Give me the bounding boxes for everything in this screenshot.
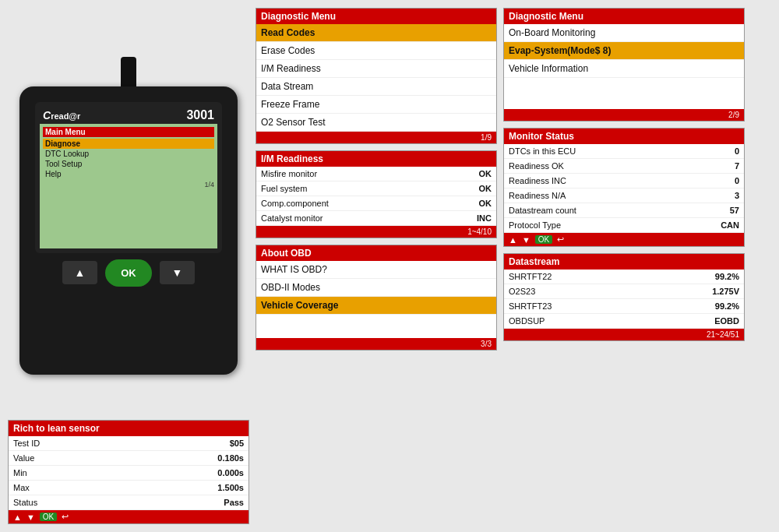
rls-footer-ok[interactable]: OK [40, 513, 57, 521]
rls-label-value: Value [13, 453, 34, 463]
diag1-item-freezeframe[interactable]: Freeze Frame [256, 96, 496, 114]
diag1-item-datastream[interactable]: Data Stream [256, 78, 496, 96]
ms-row-protocol: Protocol Type CAN [504, 218, 744, 233]
device-page: 1/4 [43, 181, 214, 188]
ms-value-protocol: CAN [721, 220, 739, 230]
im-label-catalyst: Catalyst monitor [261, 213, 323, 223]
ms-label-protocol: Protocol Type [509, 220, 561, 230]
device-screen: Main Menu Diagnose DTC Lookup Tool Setup… [40, 124, 217, 248]
datastream-title: Datastream [504, 254, 744, 270]
ds-row-obdsup: OBDSUP EOBD [504, 314, 744, 329]
ds-label-o2s23: O2S23 [509, 287, 535, 296]
im-row-fuel: Fuel system OK [256, 181, 496, 196]
diag1-item-imreadiness[interactable]: I/M Readiness [256, 60, 496, 78]
diag2-footer: 2/9 [504, 109, 744, 121]
ms-footer-ok[interactable]: OK [535, 235, 552, 244]
rls-value-max: 1.500s [217, 483, 244, 492]
device-menu-title: Main Menu [43, 127, 214, 137]
diag2-item-vehicle[interactable]: Vehicle Information [504, 60, 744, 78]
diag1-item-erasecodes[interactable]: Erase Codes [256, 42, 496, 60]
im-row-misfire: Misfire monitor OK [256, 167, 496, 181]
rich-to-lean-title: Rich to lean sensor [9, 421, 249, 436]
ds-value-obdsup: EOBD [714, 316, 739, 326]
about-obd-item-coverage[interactable]: Vehicle Coverage [256, 297, 496, 315]
ms-footer-down[interactable]: ▼ [522, 235, 530, 245]
ms-value-inc: 0 [735, 176, 739, 185]
diag2-item-evap[interactable]: Evap-System(Mode$ 8) [504, 42, 744, 60]
im-footer: 1~4/10 [256, 226, 496, 238]
about-obd-title: About OBD [256, 245, 496, 261]
ok-button[interactable]: OK [105, 259, 152, 287]
ms-label-dtcs: DTCs in this ECU [509, 146, 576, 156]
rls-footer-down[interactable]: ▼ [26, 513, 35, 522]
ds-row-shrtft22: SHRTFT22 99.2% [504, 270, 744, 284]
im-label-misfire: Misfire monitor [261, 169, 317, 178]
nav-button-up[interactable]: ▲ [62, 261, 97, 284]
ds-value-shrtft22: 99.2% [715, 272, 739, 281]
im-value-comp: OK [479, 199, 492, 208]
device-menu-item-help[interactable]: Help [43, 169, 214, 179]
ds-value-shrtft23: 99.2% [715, 301, 739, 311]
rls-value-status: Pass [224, 498, 244, 507]
rls-value-testid: $05 [230, 439, 244, 448]
rls-row-value: Value 0.180s [9, 451, 249, 466]
rls-value-min: 0.000s [217, 468, 244, 477]
diagnostic-menu-1-title: Diagnostic Menu [256, 9, 496, 24]
ms-row-ok: Readiness OK 7 [504, 159, 744, 174]
monitor-status-panel: Monitor Status DTCs in this ECU 0 Readin… [503, 128, 745, 247]
nav-button-down[interactable]: ▼ [160, 261, 195, 284]
rls-row-testid: Test ID $05 [9, 436, 249, 451]
device-menu-item-tool[interactable]: Tool Setup [43, 159, 214, 169]
ms-footer-up[interactable]: ▲ [509, 235, 517, 245]
rls-value-value: 0.180s [217, 453, 244, 463]
ms-row-inc: Readiness INC 0 [504, 174, 744, 188]
ms-row-datastream: Datastream count 57 [504, 203, 744, 218]
rls-footer: ▲ ▼ OK ↩ [9, 510, 249, 523]
ds-row-shrtft23: SHRTFT23 99.2% [504, 299, 744, 314]
about-obd-item-whatis[interactable]: WHAT IS OBD? [256, 261, 496, 279]
rls-footer-back[interactable]: ↩ [62, 512, 69, 522]
diagnostic-menu-1-panel: Diagnostic Menu Read Codes Erase Codes I… [256, 8, 497, 144]
about-obd-item-modes[interactable]: OBD-II Modes [256, 279, 496, 297]
ms-value-ok: 7 [735, 161, 739, 171]
im-readiness-panel: I/M Readiness Misfire monitor OK Fuel sy… [256, 150, 497, 238]
device-buttons: ▲ OK ▼ [62, 259, 195, 287]
device-cable [121, 57, 136, 88]
monitor-status-title: Monitor Status [504, 129, 744, 144]
diagnostic-menu-2-panel: Diagnostic Menu On-Board Monitoring Evap… [503, 8, 745, 122]
diag2-item-onboard[interactable]: On-Board Monitoring [504, 24, 744, 42]
ms-row-dtcs: DTCs in this ECU 0 [504, 144, 744, 159]
ms-value-datastream: 57 [730, 206, 739, 215]
ms-label-na: Readiness N/A [509, 191, 566, 200]
ms-label-inc: Readiness INC [509, 176, 566, 185]
rls-row-max: Max 1.500s [9, 481, 249, 495]
im-label-fuel: Fuel system [261, 184, 307, 193]
ms-footer: ▲ ▼ OK ↩ [504, 233, 744, 246]
ms-value-na: 3 [735, 191, 739, 200]
ms-footer-back[interactable]: ↩ [557, 234, 564, 245]
im-value-misfire: OK [479, 169, 492, 178]
ds-footer: 21~24/51 [504, 329, 744, 340]
ds-label-shrtft23: SHRTFT23 [509, 301, 552, 311]
im-value-catalyst: INC [477, 213, 492, 223]
device-menu-item-diagnose[interactable]: Diagnose [43, 139, 214, 149]
ms-row-na: Readiness N/A 3 [504, 188, 744, 203]
rls-row-min: Min 0.000s [9, 466, 249, 481]
rls-label-testid: Test ID [13, 439, 40, 448]
rls-label-min: Min [13, 468, 27, 477]
im-label-comp: Comp.component [261, 199, 329, 208]
rls-label-max: Max [13, 483, 30, 492]
device-menu-item-dtc[interactable]: DTC Lookup [43, 149, 214, 159]
im-row-comp: Comp.component OK [256, 196, 496, 211]
brand-model: 3001 [186, 108, 214, 122]
device-brand: Cread@r 3001 [40, 107, 217, 124]
datastream-panel: Datastream SHRTFT22 99.2% O2S23 1.275V S… [503, 253, 745, 341]
diag1-item-o2sensor[interactable]: O2 Sensor Test [256, 114, 496, 132]
rls-footer-up[interactable]: ▲ [13, 513, 22, 522]
diag1-item-readcodes[interactable]: Read Codes [256, 24, 496, 42]
about-obd-footer: 3/3 [256, 338, 496, 350]
device: Cread@r 3001 Main Menu Diagnose DTC Look… [19, 86, 238, 375]
rls-row-status: Status Pass [9, 495, 249, 510]
im-row-catalyst: Catalyst monitor INC [256, 211, 496, 226]
diag1-footer: 1/9 [256, 132, 496, 143]
